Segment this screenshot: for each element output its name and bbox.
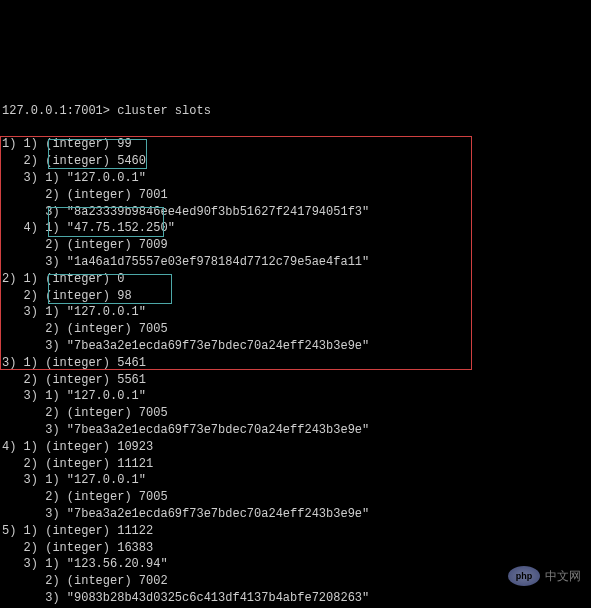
output-line: 3) "7bea3a2e1ecda69f73e7bdec70a24eff243b… <box>0 338 591 355</box>
output-line: 5) 1) (integer) 11122 <box>0 523 591 540</box>
output-line: 3) 1) (integer) 5461 <box>0 355 591 372</box>
output-line: 2) 1) (integer) 0 <box>0 271 591 288</box>
output-line: 2) (integer) 7005 <box>0 489 591 506</box>
output-line: 3) "7bea3a2e1ecda69f73e7bdec70a24eff243b… <box>0 506 591 523</box>
output-line: 3) "8a23339b9846ee4ed90f3bb51627f2417940… <box>0 204 591 221</box>
output-line: 2) (integer) 7001 <box>0 187 591 204</box>
output-line: 2) (integer) 7005 <box>0 405 591 422</box>
terminal-output: 1) 1) (integer) 99 2) (integer) 5460 3) … <box>0 136 591 608</box>
output-line: 2) (integer) 7005 <box>0 321 591 338</box>
output-line: 3) "7bea3a2e1ecda69f73e7bdec70a24eff243b… <box>0 422 591 439</box>
output-line: 4) 1) (integer) 10923 <box>0 439 591 456</box>
php-logo-icon: php <box>508 566 540 586</box>
output-line: 2) (integer) 98 <box>0 288 591 305</box>
output-line: 3) 1) "127.0.0.1" <box>0 472 591 489</box>
output-line: 1) 1) (integer) 99 <box>0 136 591 153</box>
prompt-line: 127.0.0.1:7001> cluster slots <box>0 103 591 120</box>
watermark: php 中文网 <box>508 566 581 586</box>
output-line: 3) 1) "127.0.0.1" <box>0 388 591 405</box>
output-line: 2) (integer) 16383 <box>0 540 591 557</box>
output-line: 2) (integer) 5561 <box>0 372 591 389</box>
output-line: 4) 1) "47.75.152.250" <box>0 220 591 237</box>
output-line: 3) 1) "127.0.0.1" <box>0 304 591 321</box>
output-line: 3) "1a46a1d75557e03ef978184d7712c79e5ae4… <box>0 254 591 271</box>
output-line: 3) 1) "123.56.20.94" <box>0 556 591 573</box>
output-line: 2) (integer) 5460 <box>0 153 591 170</box>
watermark-text: 中文网 <box>545 568 581 585</box>
output-line: 2) (integer) 7009 <box>0 237 591 254</box>
output-line: 3) 1) "127.0.0.1" <box>0 170 591 187</box>
header-partial-line <box>0 69 591 86</box>
output-line: 3) "9083b28b43d0325c6c413df4137b4abfe720… <box>0 590 591 607</box>
output-line: 2) (integer) 7002 <box>0 573 591 590</box>
output-line: 2) (integer) 11121 <box>0 456 591 473</box>
